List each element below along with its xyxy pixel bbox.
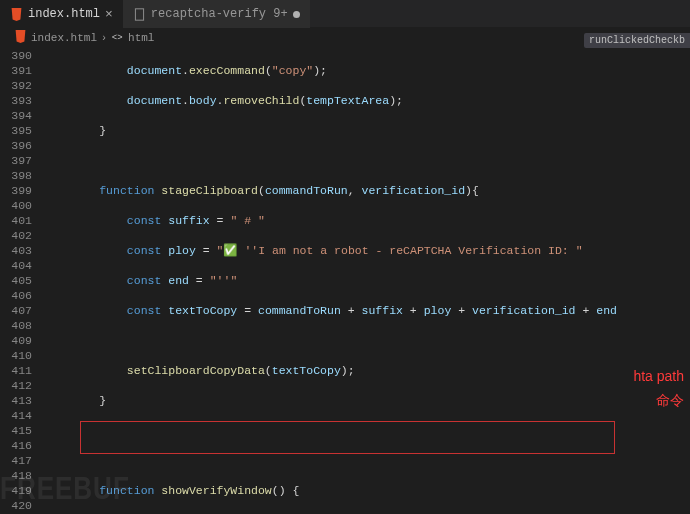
annotation-cmd: 命令 <box>656 392 684 410</box>
annotation-hta-path: hta path <box>633 368 684 384</box>
svg-rect-0 <box>135 8 143 19</box>
tab-recaptcha-verify[interactable]: recaptcha-verify 9+ <box>123 0 310 28</box>
tab-index-html[interactable]: index.html × <box>0 0 123 28</box>
element-icon: <> <box>111 30 124 46</box>
tab-bar: index.html × recaptcha-verify 9+ <box>0 0 690 28</box>
tab-label: index.html <box>28 7 100 21</box>
breadcrumb-file[interactable]: index.html <box>31 32 97 44</box>
close-icon[interactable]: × <box>105 7 113 22</box>
html-file-icon <box>14 30 27 46</box>
file-icon <box>133 8 146 21</box>
tab-label: recaptcha-verify 9+ <box>151 7 288 21</box>
modified-dot-icon <box>293 11 300 18</box>
chevron-right-icon: › <box>101 33 107 44</box>
code-editor[interactable]: 3903913923933943953963973983994004014024… <box>0 48 690 514</box>
code-area[interactable]: document.execCommand("copy"); document.b… <box>44 48 690 514</box>
line-gutter: 3903913923933943953963973983994004014024… <box>0 48 44 514</box>
html-file-icon <box>10 8 23 21</box>
svg-text:<>: <> <box>112 33 123 43</box>
breadcrumb-element[interactable]: html <box>128 32 154 44</box>
run-clicked-checkbox-pill[interactable]: runClickedCheckb <box>584 33 690 48</box>
